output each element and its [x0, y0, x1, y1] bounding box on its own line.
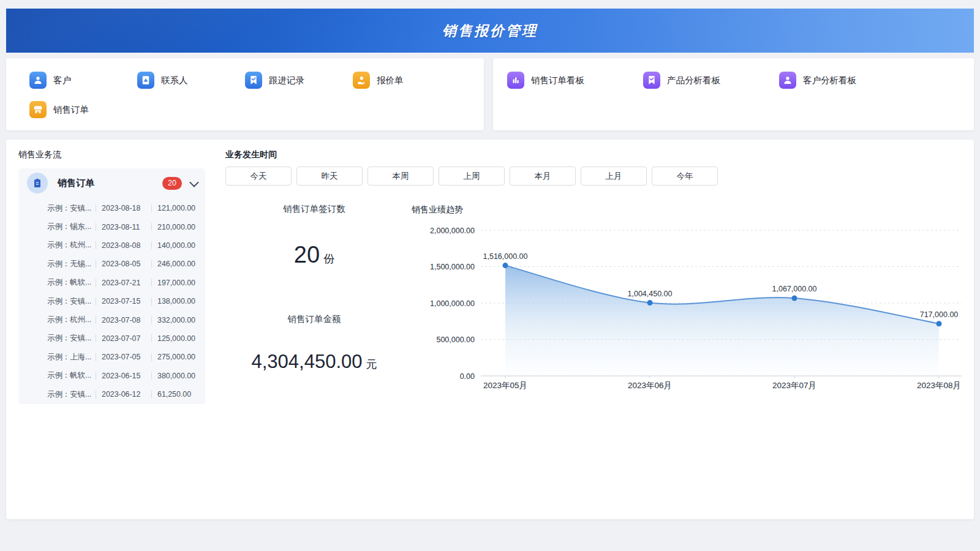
- shop-icon: [29, 101, 47, 118]
- page-title: 销售报价管理: [442, 21, 538, 40]
- sales-flow-card: 销售订单 20 示例：安镇...2023-08-18121,000.00示例：锡…: [18, 168, 205, 404]
- row-amount: 61,250.00: [157, 390, 191, 399]
- svg-text:717,000.00: 717,000.00: [920, 310, 959, 319]
- filter-button[interactable]: 昨天: [296, 167, 363, 186]
- divider: [96, 204, 96, 212]
- row-date: 2023-06-12: [102, 390, 146, 399]
- row-amount: 246,000.00: [157, 260, 195, 268]
- row-name: 示例：安镇...: [47, 389, 96, 400]
- flow-section-title: 销售业务流: [18, 149, 61, 160]
- row-date: 2023-08-05: [102, 260, 146, 268]
- order-count-number: 20: [294, 242, 320, 268]
- nav-item[interactable]: 跟进记录: [245, 72, 353, 89]
- row-amount: 332,000.00: [157, 316, 195, 324]
- svg-text:1,067,000.00: 1,067,000.00: [772, 285, 817, 293]
- flow-row[interactable]: 示例：锡东...2023-08-11210,000.00: [18, 217, 205, 236]
- nav-item[interactable]: 客户分析看板: [779, 72, 915, 89]
- row-amount: 380,000.00: [157, 372, 195, 380]
- divider: [151, 260, 152, 268]
- divider: [151, 298, 152, 305]
- nav-item[interactable]: 联系人: [137, 72, 245, 89]
- flow-row[interactable]: 示例：帆软...2023-06-15380,000.00: [18, 367, 205, 385]
- order-amount-label: 销售订单金额: [225, 313, 403, 325]
- row-name: 示例：安镇...: [47, 203, 96, 214]
- flow-row[interactable]: 示例：无锡...2023-08-05246,000.00: [18, 255, 205, 273]
- divider: [151, 334, 152, 342]
- row-name: 示例：无锡...: [47, 259, 96, 269]
- flow-row[interactable]: 示例：安镇...2023-07-15138,000.00: [18, 292, 205, 310]
- svg-text:500,000.00: 500,000.00: [436, 335, 475, 344]
- filter-button[interactable]: 上月: [581, 167, 647, 186]
- svg-text:1,004,450.00: 1,004,450.00: [628, 290, 673, 298]
- nav-item-label: 销售订单看板: [531, 75, 584, 86]
- filter-button[interactable]: 本周: [368, 167, 434, 186]
- row-date: 2023-07-05: [102, 353, 146, 361]
- row-name: 示例：安镇...: [47, 296, 96, 307]
- divider: [151, 316, 152, 324]
- person-icon: [779, 72, 796, 89]
- nav-item-label: 跟进记录: [269, 75, 304, 86]
- y-axis-labels: 0.00500,000.001,000,000.001,500,000.002,…: [430, 227, 475, 381]
- divider: [151, 372, 152, 380]
- row-name: 示例：杭州...: [47, 240, 96, 250]
- flow-row[interactable]: 示例：上海...2023-07-05275,000.00: [18, 348, 205, 366]
- filter-button[interactable]: 今年: [652, 167, 718, 186]
- row-date: 2023-07-07: [102, 334, 146, 343]
- divider: [151, 241, 152, 249]
- svg-text:2023年06月: 2023年06月: [628, 381, 672, 390]
- svg-text:1,500,000.00: 1,500,000.00: [430, 263, 475, 271]
- row-amount: 125,000.00: [157, 334, 195, 343]
- filter-button[interactable]: 上周: [439, 167, 505, 186]
- contact-icon: [137, 72, 154, 89]
- row-date: 2023-07-08: [102, 316, 146, 324]
- flow-row[interactable]: 示例：安镇...2023-07-07125,000.00: [18, 329, 205, 348]
- row-amount: 121,000.00: [157, 204, 195, 212]
- row-amount: 210,000.00: [157, 223, 195, 231]
- svg-text:2023年08月: 2023年08月: [917, 381, 961, 390]
- chevron-down-icon[interactable]: [189, 178, 199, 187]
- area-fill: [505, 266, 939, 376]
- flow-row[interactable]: 示例：安镇...2023-08-18121,000.00: [18, 199, 205, 217]
- flow-row[interactable]: 示例：安镇...2023-06-1261,250.00: [18, 385, 205, 403]
- page-banner: 销售报价管理: [6, 9, 974, 53]
- divider: [96, 298, 96, 305]
- nav-item-label: 客户分析看板: [803, 75, 856, 86]
- divider: [96, 372, 96, 380]
- quick-nav-card-right: 销售订单看板产品分析看板客户分析看板: [493, 58, 974, 130]
- order-count-unit: 份: [323, 253, 334, 265]
- nav-item[interactable]: 产品分析看板: [643, 72, 779, 89]
- row-amount: 138,000.00: [157, 297, 195, 305]
- filter-button[interactable]: 本月: [510, 167, 576, 186]
- filter-button[interactable]: 今天: [225, 167, 292, 186]
- nav-item[interactable]: 销售订单看板: [507, 72, 643, 89]
- divider: [151, 223, 152, 231]
- row-date: 2023-08-08: [102, 241, 146, 250]
- row-name: 示例：帆软...: [47, 277, 96, 288]
- divider: [151, 279, 152, 287]
- flow-row[interactable]: 示例：杭州...2023-07-08332,000.00: [18, 310, 205, 329]
- row-amount: 140,000.00: [157, 241, 195, 250]
- sales-order-group-header[interactable]: 销售订单 20: [18, 168, 205, 198]
- bookmark-check-icon: [245, 72, 262, 89]
- x-axis-labels: 2023年05月2023年06月2023年07月2023年08月: [483, 381, 961, 390]
- sales-order-list: 示例：安镇...2023-08-18121,000.00示例：锡东...2023…: [18, 198, 205, 403]
- svg-text:2,000,000.00: 2,000,000.00: [430, 227, 475, 235]
- trend-chart: 0.00500,000.001,000,000.001,500,000.002,…: [407, 217, 968, 401]
- nav-item[interactable]: 销售订单: [29, 101, 137, 118]
- time-filter-row: 今天昨天本周上周本月上月今年: [225, 167, 718, 186]
- flow-row[interactable]: 示例：帆软...2023-07-21197,000.00: [18, 274, 205, 292]
- nav-item-label: 报价单: [377, 75, 404, 86]
- nav-item-label: 产品分析看板: [667, 75, 720, 86]
- divider: [96, 391, 96, 399]
- svg-text:1,000,000.00: 1,000,000.00: [430, 299, 475, 308]
- nav-item[interactable]: 报价单: [353, 72, 461, 89]
- divider: [96, 316, 96, 324]
- row-name: 示例：安镇...: [47, 333, 96, 343]
- row-date: 2023-07-15: [102, 297, 146, 305]
- row-date: 2023-06-15: [102, 372, 146, 380]
- order-amount-number: 4,304,450.00: [251, 351, 362, 372]
- nav-item[interactable]: 客户: [29, 72, 137, 89]
- row-name: 示例：上海...: [47, 352, 96, 362]
- flow-row[interactable]: 示例：杭州...2023-08-08140,000.00: [18, 236, 205, 255]
- row-date: 2023-08-18: [102, 204, 146, 212]
